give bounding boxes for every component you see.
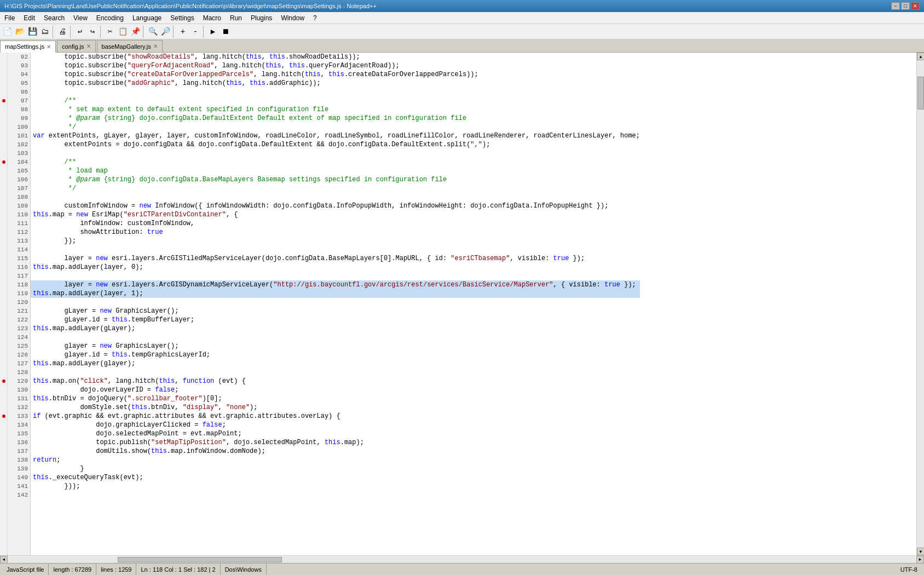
code-line-94: topic.subscribe("createDataForOverlapped… [31, 70, 640, 79]
code-line-138: return; [31, 456, 640, 464]
file-type-status: JavaScript file [2, 564, 49, 575]
toolbar-separator-2 [70, 26, 72, 38]
code-line-137: domUtils.show(this.map.infoWindow.domNod… [31, 447, 640, 456]
code-line-99: * @param {string} dojo.configData.Defaul… [31, 114, 640, 123]
line-number-123: 123 [8, 324, 30, 333]
stop-button[interactable]: ⏹ [220, 26, 232, 38]
tab-1[interactable]: config.js✕ [57, 40, 95, 52]
menu-item-plugins[interactable]: Plugins [246, 12, 276, 24]
scroll-track-vertical[interactable] [917, 60, 924, 548]
copy-button[interactable]: 📋 [117, 26, 129, 38]
window-controls[interactable]: − □ ✕ [891, 2, 920, 10]
line-number-120: 120 [8, 298, 30, 307]
horizontal-scrollbar[interactable]: ◄ ► [0, 555, 924, 563]
line-number-130: 130 [8, 386, 30, 394]
code-line-129: this.map.on("click", lang.hitch(this, fu… [31, 377, 640, 386]
close-button[interactable]: ✕ [911, 2, 920, 10]
menu-item-view[interactable]: View [69, 12, 92, 24]
maximize-button[interactable]: □ [901, 2, 910, 10]
fold-line-104 [0, 158, 7, 166]
code-line-113: }); [31, 237, 640, 245]
line-ending-status: Dos\Windows [221, 564, 267, 575]
menu-item-settings[interactable]: Settings [166, 12, 198, 24]
scroll-thumb-vertical[interactable] [917, 77, 924, 110]
scroll-right-button[interactable]: ► [916, 556, 924, 564]
undo-button[interactable]: ↩ [74, 26, 86, 38]
zoom-out-button[interactable]: - [189, 26, 201, 38]
code-line-115: layer = new esri.layers.ArcGISTiledMapSe… [31, 254, 640, 263]
tab-0[interactable]: mapSettings.js✕ [0, 41, 56, 53]
run-button[interactable]: ▶ [207, 26, 219, 38]
fold-line-133 [0, 412, 7, 421]
fold-line-126 [0, 350, 7, 359]
breakpoint-133[interactable] [2, 415, 5, 418]
fold-line-122 [0, 315, 7, 324]
fold-gutter [0, 53, 8, 555]
code-line-119: this.map.addLayer(layer, 1); [31, 289, 640, 298]
fold-line-130 [0, 386, 7, 394]
encoding-status: UTF-8 [896, 564, 922, 575]
menu-item-edit[interactable]: Edit [19, 12, 39, 24]
fold-line-131 [0, 394, 7, 403]
redo-button[interactable]: ↪ [86, 26, 99, 38]
fold-line-108 [0, 193, 7, 202]
code-line-112: showAttribution: true [31, 228, 640, 237]
line-number-141: 141 [8, 482, 30, 491]
zoom-in-button[interactable]: + [177, 26, 189, 38]
menu-item-run[interactable]: Run [226, 12, 246, 24]
scroll-track-horizontal[interactable] [8, 556, 916, 563]
line-number-118: 118 [8, 280, 30, 289]
menu-item-macro[interactable]: Macro [199, 12, 226, 24]
find-replace-button[interactable]: 🔎 [159, 26, 171, 38]
code-line-103 [31, 149, 640, 158]
line-number-101: 101 [8, 131, 30, 140]
paste-button[interactable]: 📌 [129, 26, 141, 38]
code-line-111: infoWindow: customInfoWindow, [31, 219, 640, 228]
scroll-thumb-horizontal[interactable] [118, 557, 282, 562]
tab-bar: mapSettings.js✕config.js✕baseMapGallery.… [0, 39, 924, 53]
scroll-left-button[interactable]: ◄ [0, 556, 8, 564]
scroll-down-button[interactable]: ▼ [917, 548, 924, 555]
vertical-scrollbar[interactable]: ▲ ▼ [916, 53, 924, 555]
line-number-137: 137 [8, 447, 30, 456]
code-line-117 [31, 272, 640, 280]
code-line-132: domStyle.set(this.btnDiv, "display", "no… [31, 403, 640, 412]
scroll-up-button[interactable]: ▲ [917, 53, 924, 60]
line-number-124: 124 [8, 333, 30, 342]
breakpoint-129[interactable] [2, 380, 5, 383]
new-button[interactable]: 📄 [1, 26, 13, 38]
tab-close-0[interactable]: ✕ [47, 44, 51, 50]
tab-close-1[interactable]: ✕ [86, 43, 91, 49]
find-button[interactable]: 🔍 [147, 26, 159, 38]
code-line-105: * load map [31, 166, 640, 175]
line-number-98: 98 [8, 105, 30, 114]
tab-close-2[interactable]: ✕ [153, 43, 158, 49]
print-button[interactable]: 🖨 [56, 26, 68, 38]
menu-item-?[interactable]: ? [309, 12, 321, 24]
code-line-134: dojo.graphicLayerClicked = false; [31, 421, 640, 429]
breakpoint-104[interactable] [2, 160, 5, 164]
cut-button[interactable]: ✂ [104, 26, 116, 38]
breakpoint-97[interactable] [2, 99, 5, 102]
line-number-115: 115 [8, 254, 30, 263]
menu-item-encoding[interactable]: Encoding [92, 12, 128, 24]
code-area[interactable]: topic.subscribe("showRoadDetails", lang.… [31, 53, 916, 555]
fold-line-109 [0, 202, 7, 210]
save-all-button[interactable]: 🗂 [39, 26, 51, 38]
menu-item-search[interactable]: Search [39, 12, 69, 24]
fold-line-95 [0, 79, 7, 88]
tab-2[interactable]: baseMapGallery.js✕ [97, 40, 163, 52]
code-line-106: * @param {string} dojo.configData.BaseMa… [31, 175, 640, 184]
save-button[interactable]: 💾 [26, 26, 38, 38]
code-line-97: /** [31, 96, 640, 105]
fold-line-114 [0, 245, 7, 254]
fold-line-118 [0, 280, 7, 289]
menu-item-file[interactable]: File [0, 12, 19, 24]
code-line-123: this.map.addLayer(gLayer); [31, 324, 640, 333]
menu-item-language[interactable]: Language [128, 12, 166, 24]
open-button[interactable]: 📂 [14, 26, 26, 38]
code-line-135: dojo.selectedMapPoint = evt.mapPoint; [31, 429, 640, 438]
menu-item-window[interactable]: Window [276, 12, 309, 24]
line-number-103: 103 [8, 149, 30, 158]
minimize-button[interactable]: − [891, 2, 900, 10]
